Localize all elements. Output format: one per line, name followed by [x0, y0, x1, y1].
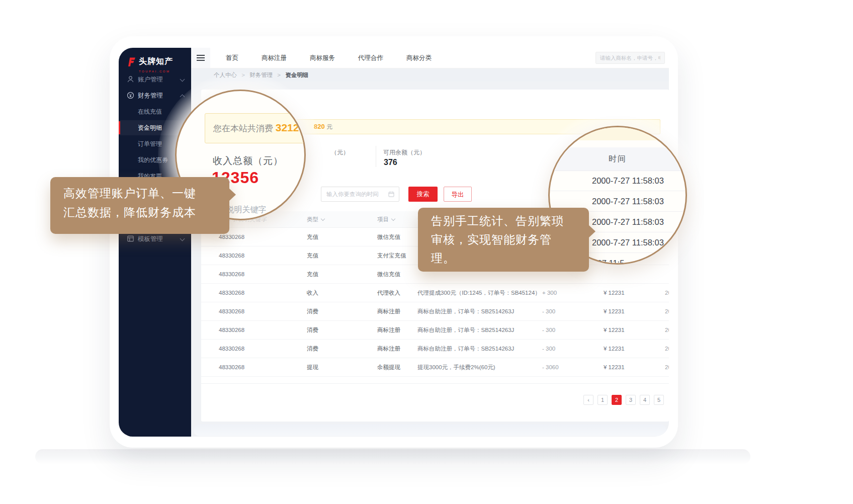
- cell-type: 消费: [307, 321, 318, 339]
- pagination-prev[interactable]: ‹: [583, 395, 593, 405]
- pagination-page-2-active[interactable]: 2: [612, 395, 622, 405]
- cell-type: 充值: [307, 265, 318, 283]
- lens-notice-bar: 您在本站共消费 32124 元: [205, 113, 306, 143]
- sidebar-item-label: 财务管理: [138, 92, 163, 99]
- header-item[interactable]: 项目: [377, 211, 395, 227]
- table-row: 48330268 提现 余额提现 提现3000元，手续费2%(60元) - 30…: [201, 358, 669, 377]
- brand-name: 头牌知产: [139, 57, 173, 65]
- bottom-divider: [201, 383, 669, 384]
- breadcrumb-item[interactable]: 个人中心: [214, 72, 237, 78]
- cell-amount: - 3060: [542, 358, 559, 376]
- nav-item-home[interactable]: 首页: [214, 48, 250, 68]
- cell-order: 48330268: [219, 284, 244, 302]
- cell-balance: ¥ 12231: [604, 340, 625, 358]
- cell-balance: ¥ 12231: [604, 302, 625, 320]
- cell-order: 48330268: [219, 302, 244, 320]
- callout-arrow: [588, 225, 595, 238]
- finance-icon: [127, 92, 134, 99]
- stat-label-fragment: （元）: [331, 148, 349, 157]
- search-input[interactable]: [595, 52, 665, 64]
- pagination-page-4[interactable]: 4: [640, 395, 650, 405]
- subitem-label: 订单管理: [138, 140, 162, 147]
- cell-amount: - 300: [542, 302, 555, 320]
- cell-item: 支付宝充值: [377, 246, 406, 265]
- search-button[interactable]: 搜索: [408, 187, 438, 202]
- nav-item-trademark-register[interactable]: 商标注册: [250, 48, 298, 68]
- available-balance-value: 376: [384, 158, 397, 167]
- pagination-page-3[interactable]: 3: [626, 395, 636, 405]
- cell-desc: 代理提成300元（ID:1245，订单号：SB45124）: [417, 284, 541, 302]
- cell-item: 代理收入: [377, 284, 400, 302]
- cell-type: 收入: [307, 284, 318, 302]
- sidebar-subitem-recharge[interactable]: 在线充值: [119, 104, 191, 119]
- available-balance-label: 可用余额（元）: [383, 148, 425, 157]
- callout-text: 审核，实现智能财务管: [431, 230, 576, 249]
- cell-balance: ¥ 12231: [604, 358, 625, 376]
- sidebar-item-account[interactable]: 账户管理: [119, 72, 191, 87]
- callout-right: 告别手工统计、告别繁琐 审核，实现智能财务管 理。: [418, 208, 589, 272]
- breadcrumb-separator: >: [241, 72, 245, 78]
- top-nav-items: 首页 商标注册 商标服务 代理合作 商标分类: [214, 48, 443, 68]
- subitem-label: 在线充值: [138, 108, 162, 115]
- sidebar-item-finance[interactable]: 财务管理: [119, 88, 191, 103]
- pagination-page-5[interactable]: 5: [654, 395, 664, 405]
- notice-unit: 元: [326, 123, 332, 130]
- chevron-down-icon: [180, 236, 185, 241]
- callout-text: 高效管理账户订单、一键: [63, 184, 229, 203]
- calendar-icon[interactable]: [388, 191, 394, 197]
- callout-text: 汇总数据，降低财务成本: [63, 203, 229, 222]
- cell-amount: + 300: [542, 284, 557, 302]
- cell-type: 充值: [307, 228, 318, 246]
- breadcrumb-item[interactable]: 财务管理: [249, 72, 273, 78]
- cell-desc: 提现3000元，手续费2%(60元): [417, 358, 495, 376]
- cell-item: 微信充值: [377, 265, 400, 283]
- cell-desc: 商标自助注册，订单号：SB2514263J: [417, 302, 514, 320]
- callout-arrow: [229, 188, 236, 201]
- date-query-input[interactable]: [321, 187, 399, 202]
- pagination: ‹ 1 2 3 4 5: [583, 395, 664, 405]
- top-navbar: 首页 商标注册 商标服务 代理合作 商标分类: [191, 48, 669, 68]
- sidebar-item-label: 模板管理: [138, 235, 163, 242]
- export-button[interactable]: 导出: [444, 187, 472, 202]
- cell-item: 商标注册: [377, 302, 400, 320]
- cell-order: 48330268: [219, 321, 244, 339]
- time-column-header: 时间: [550, 147, 686, 171]
- pagination-page-1[interactable]: 1: [598, 395, 608, 405]
- sort-caret-icon: [391, 217, 395, 221]
- cell-time: 2000-7-27 11:58:03: [665, 302, 669, 320]
- cell-amount: - 300: [542, 321, 555, 339]
- cell-order: 48330268: [219, 246, 244, 265]
- callout-left: 高效管理账户订单、一键 汇总数据，降低财务成本: [50, 177, 229, 234]
- template-icon: [127, 235, 134, 242]
- menu-toggle[interactable]: [191, 48, 210, 68]
- callout-text: 理。: [431, 249, 576, 268]
- header-type[interactable]: 类型: [307, 211, 324, 227]
- table-row: 48330268 消费 商标注册 商标自助注册，订单号：SB2514263J -…: [201, 302, 669, 321]
- cell-time: 2000-7-27 11:58:03: [665, 340, 669, 358]
- cell-type: 充值: [307, 246, 318, 265]
- breadcrumb-current: 资金明细: [285, 72, 308, 78]
- income-total-label: 收入总额（元）: [213, 154, 283, 167]
- nav-item-agency[interactable]: 代理合作: [347, 48, 395, 68]
- cell-amount: - 300: [542, 340, 555, 358]
- breadcrumb: 个人中心 > 财务管理 > 资金明细: [191, 68, 669, 81]
- cell-item: 商标注册: [377, 321, 400, 339]
- stat-divider: [376, 146, 376, 167]
- time-row: 2000-7-27 11:58:03: [550, 171, 686, 191]
- sidebar-item-label: 账户管理: [138, 76, 163, 83]
- laptop-base: [35, 449, 750, 464]
- cell-order: 48330268: [219, 265, 244, 283]
- user-icon: [127, 75, 134, 83]
- nav-item-trademark-category[interactable]: 商标分类: [395, 48, 443, 68]
- sidebar: 头牌知产 TOUPAI.COM 账户管理: [119, 48, 191, 437]
- cell-desc: 商标自助注册，订单号：SB2514263J: [417, 340, 514, 358]
- cell-item: 商标注册: [377, 340, 400, 358]
- cell-time: 2000-7-27 11:58:03: [665, 358, 669, 376]
- cell-time: 2000-7-27 11:58:03: [665, 321, 669, 339]
- nav-item-trademark-service[interactable]: 商标服务: [298, 48, 347, 68]
- cell-item: 微信充值: [377, 228, 400, 246]
- table-row: 48330268 消费 商标注册 商标自助注册，订单号：SB2514263J -…: [201, 321, 669, 340]
- lens-notice-prefix: 您在本站共消费: [213, 124, 276, 133]
- table-row: 48330268 收入 代理收入 代理提成300元（ID:1245，订单号：SB…: [201, 284, 669, 302]
- active-indicator: [119, 121, 120, 134]
